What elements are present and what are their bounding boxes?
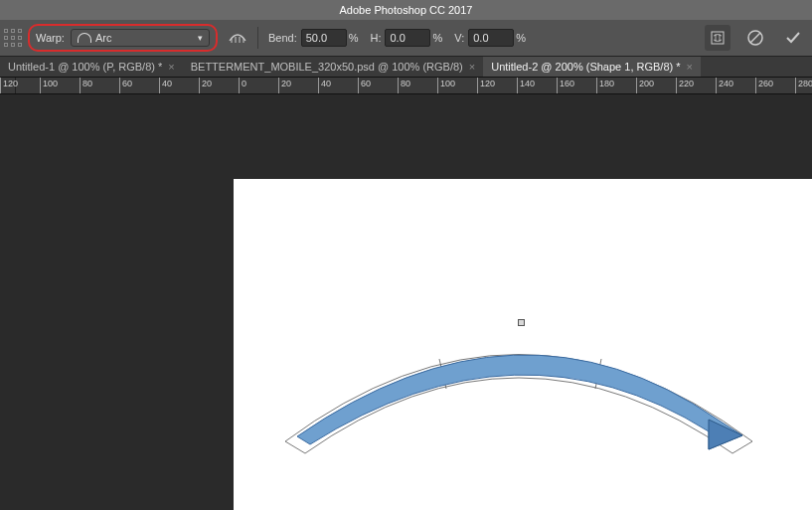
ruler-tick-label: 260 xyxy=(758,79,773,88)
ruler-tick: 180 xyxy=(596,78,597,93)
ruler-tick: 240 xyxy=(716,78,717,93)
warp-style-dropdown[interactable]: Arc ▾ xyxy=(71,29,210,47)
v-distort-unit: % xyxy=(516,32,526,44)
close-icon[interactable]: × xyxy=(687,61,693,73)
v-distort-input[interactable] xyxy=(468,29,514,47)
horizontal-ruler: 1201008060402002040608010012014016018020… xyxy=(0,78,812,94)
tab-label: Untitled-1 @ 100% (P, RGB/8) * xyxy=(8,61,162,73)
ruler-tick: 0 xyxy=(239,78,240,93)
svg-line-2 xyxy=(750,33,760,43)
ruler-tick-label: 100 xyxy=(440,79,455,88)
ruler-tick-label: 40 xyxy=(162,79,172,88)
app-title-bar: Adobe Photoshop CC 2017 xyxy=(0,0,812,20)
ruler-tick-label: 280 xyxy=(798,79,812,88)
ruler-tick: 60 xyxy=(119,78,120,93)
warp-label: Warp: xyxy=(36,32,65,44)
document-tabs-bar: Untitled-1 @ 100% (P, RGB/8) *×BETTERMEN… xyxy=(0,56,812,78)
ruler-tick: 280 xyxy=(795,78,796,93)
options-bar: Warp: Arc ▾ Bend: % H: % V: % xyxy=(0,20,812,56)
ruler-tick-label: 80 xyxy=(401,79,410,88)
h-distort-input[interactable] xyxy=(385,29,430,47)
ruler-tick-label: 20 xyxy=(281,79,291,88)
warp-style-value: Arc xyxy=(95,32,112,44)
ruler-tick: 60 xyxy=(358,78,359,93)
close-icon[interactable]: × xyxy=(469,61,475,73)
ruler-tick-label: 60 xyxy=(361,79,371,88)
ruler-tick: 20 xyxy=(199,78,200,93)
bend-input[interactable] xyxy=(301,29,347,47)
ruler-tick: 120 xyxy=(0,78,1,93)
ruler-tick-label: 20 xyxy=(202,79,212,88)
ruler-tick-label: 200 xyxy=(639,79,654,88)
chevron-down-icon: ▾ xyxy=(198,33,203,43)
ruler-tick-label: 60 xyxy=(122,79,132,88)
document-tab[interactable]: Untitled-2 @ 200% (Shape 1, RGB/8) *× xyxy=(483,57,701,77)
bend-unit: % xyxy=(349,32,359,44)
h-distort-label: H: xyxy=(370,32,381,44)
ruler-tick: 100 xyxy=(40,78,41,93)
warp-top-handle[interactable] xyxy=(518,319,525,326)
ruler-tick: 80 xyxy=(80,78,81,93)
ruler-tick: 100 xyxy=(437,78,438,93)
ruler-tick: 160 xyxy=(557,78,558,93)
tab-label: Untitled-2 @ 200% (Shape 1, RGB/8) * xyxy=(491,61,680,73)
warp-highlight-callout: Warp: Arc ▾ xyxy=(28,24,218,52)
warped-shape[interactable] xyxy=(275,312,762,461)
v-distort-label: V: xyxy=(454,32,464,44)
ruler-tick: 140 xyxy=(517,78,518,93)
ruler-tick-label: 40 xyxy=(321,79,331,88)
document-tab[interactable]: Untitled-1 @ 100% (P, RGB/8) *× xyxy=(0,57,183,77)
arc-icon xyxy=(78,33,91,43)
commit-transform-button[interactable] xyxy=(780,25,806,51)
ruler-tick: 20 xyxy=(278,78,279,93)
ruler-tick-label: 0 xyxy=(242,79,246,88)
ruler-tick: 220 xyxy=(676,78,677,93)
ruler-tick: 260 xyxy=(755,78,756,93)
ruler-tick-label: 100 xyxy=(43,79,58,88)
ruler-tick-label: 120 xyxy=(480,79,495,88)
ruler-tick-label: 80 xyxy=(82,79,92,88)
ruler-tick: 120 xyxy=(477,78,478,93)
workspace xyxy=(0,94,812,510)
ruler-tick-label: 160 xyxy=(560,79,574,88)
warp-orientation-icon[interactable] xyxy=(228,27,247,49)
ruler-tick-label: 120 xyxy=(3,79,18,88)
document-tab[interactable]: BETTERMENT_MOBILE_320x50.psd @ 100% (RGB… xyxy=(183,57,483,77)
reference-point-grid[interactable] xyxy=(4,29,22,47)
ruler-tick-label: 220 xyxy=(679,79,694,88)
ruler-tick-label: 180 xyxy=(599,79,614,88)
svg-rect-0 xyxy=(712,32,724,44)
ruler-tick: 200 xyxy=(636,78,637,93)
ruler-tick: 80 xyxy=(398,78,399,93)
ruler-tick: 40 xyxy=(318,78,319,93)
tab-label: BETTERMENT_MOBILE_320x50.psd @ 100% (RGB… xyxy=(191,61,463,73)
bend-label: Bend: xyxy=(268,32,297,44)
close-icon[interactable]: × xyxy=(168,61,174,73)
ruler-tick-label: 240 xyxy=(719,79,733,88)
h-distort-unit: % xyxy=(432,32,442,44)
cancel-transform-button[interactable] xyxy=(742,25,768,51)
switch-mode-button[interactable] xyxy=(705,25,731,51)
ruler-tick: 40 xyxy=(159,78,160,93)
ruler-tick-label: 140 xyxy=(520,79,535,88)
